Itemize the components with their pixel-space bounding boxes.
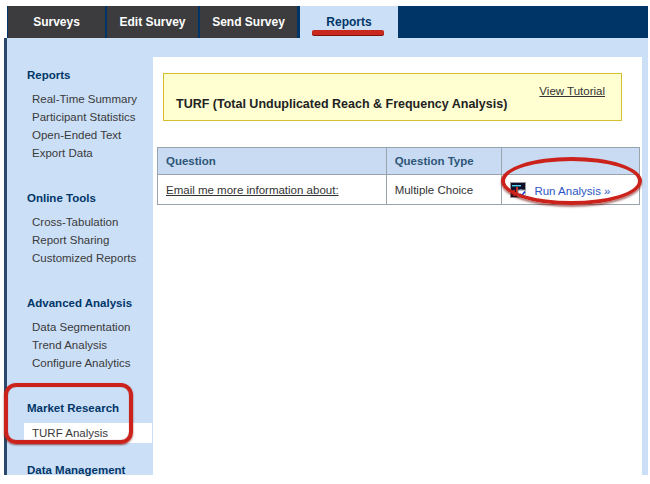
sidebar: Reports Real-Time Summary Participant St… [7, 38, 153, 475]
run-analysis-link[interactable]: Run Analysis » [534, 185, 610, 197]
question-link[interactable]: Email me more information about: [166, 184, 339, 196]
sidebar-item-participant-statistics[interactable]: Participant Statistics [27, 108, 153, 126]
column-header-question: Question [158, 148, 387, 175]
turf-banner: TURF (Total Unduplicated Reach & Frequen… [163, 73, 622, 121]
table-header-row: Question Question Type [158, 148, 640, 175]
tab-surveys[interactable]: Surveys [8, 6, 105, 38]
question-cell: Email me more information about: [158, 175, 387, 205]
sidebar-section-online-tools: Online Tools Cross-Tabulation Report Sha… [7, 191, 153, 267]
sidebar-section-advanced-analysis: Advanced Analysis Data Segmentation Tren… [7, 296, 153, 372]
tab-send-survey[interactable]: Send Survey [200, 6, 297, 38]
table-row: Email me more information about: Multipl… [158, 175, 640, 205]
sidebar-item-export-data[interactable]: Export Data [27, 144, 153, 162]
sidebar-item-trend-analysis[interactable]: Trend Analysis [27, 336, 153, 354]
app-window: Surveys Edit Survey Send Survey Reports … [0, 0, 650, 484]
sidebar-heading-online-tools: Online Tools [27, 191, 153, 205]
sidebar-item-open-ended-text[interactable]: Open-Ended Text [27, 126, 153, 144]
action-cell: Run Analysis » [502, 175, 640, 205]
sidebar-item-cross-tabulation[interactable]: Cross-Tabulation [27, 213, 153, 231]
sidebar-heading-reports: Reports [27, 68, 153, 82]
column-header-question-type: Question Type [386, 148, 502, 175]
run-analysis-icon [510, 182, 526, 198]
sidebar-item-customized-reports[interactable]: Customized Reports [27, 249, 153, 267]
sidebar-heading-data-management: Data Management [27, 463, 153, 477]
column-header-action [502, 148, 640, 175]
questions-table: Question Question Type Email me more inf… [157, 147, 640, 205]
sidebar-item-configure-analytics[interactable]: Configure Analytics [27, 354, 153, 372]
tab-reports[interactable]: Reports [300, 6, 398, 38]
sidebar-item-real-time-summary[interactable]: Real-Time Summary [27, 90, 153, 108]
page-title: TURF (Total Unduplicated Reach & Frequen… [176, 97, 507, 111]
question-type-cell: Multiple Choice [386, 175, 502, 205]
view-tutorial-link[interactable]: View Tutorial [539, 85, 605, 97]
top-tab-bar: Surveys Edit Survey Send Survey Reports [7, 6, 648, 38]
sidebar-heading-advanced-analysis: Advanced Analysis [27, 296, 153, 310]
sidebar-section-data-management: Data Management [7, 463, 153, 477]
tab-edit-survey[interactable]: Edit Survey [107, 6, 198, 38]
sidebar-item-report-sharing[interactable]: Report Sharing [27, 231, 153, 249]
sidebar-section-reports: Reports Real-Time Summary Participant St… [7, 68, 153, 162]
sidebar-item-data-segmentation[interactable]: Data Segmentation [27, 318, 153, 336]
sidebar-section-market-research: Market Research TURF Analysis [7, 401, 153, 443]
sidebar-heading-market-research: Market Research [27, 401, 153, 415]
sidebar-item-turf-analysis[interactable]: TURF Analysis [24, 423, 152, 443]
